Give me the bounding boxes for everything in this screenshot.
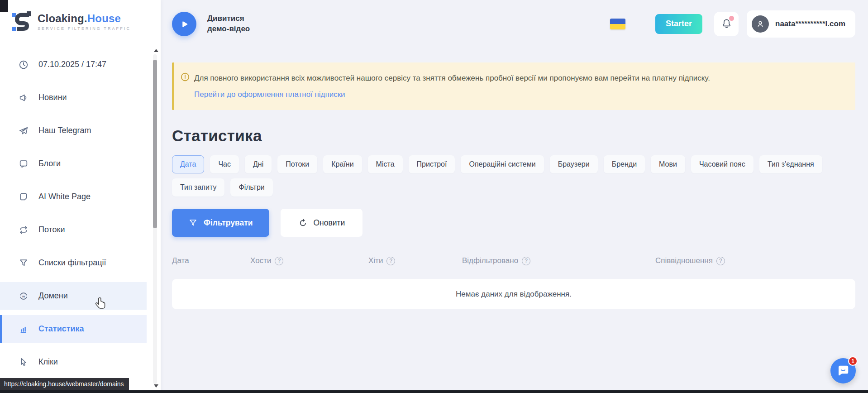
topbar-right: Starter naata**********l.com <box>610 10 855 38</box>
filter-tab-days[interactable]: Дні <box>245 155 272 173</box>
column-header-hits: Хіти ? <box>368 256 462 265</box>
page-icon <box>18 192 29 202</box>
sidebar-item-clicks[interactable]: Кліки <box>0 348 147 376</box>
sidebar-item-label: Наш Telegram <box>38 126 91 135</box>
action-buttons: Фільтрувати Оновити <box>172 209 868 237</box>
column-header-ratio: Співвідношення ? <box>655 256 725 265</box>
sidebar: Cloaking.House SERVICE FILTERING TRAFFIC… <box>0 0 161 393</box>
empty-state-card: Немає даних для відображення. <box>172 279 855 309</box>
help-icon[interactable]: ? <box>522 257 530 265</box>
filter-tab-timezone[interactable]: Часовий пояс <box>691 155 754 173</box>
logo-tagline: SERVICE FILTERING TRAFFIC <box>38 26 131 31</box>
sidebar-item-label: Статистика <box>38 324 84 334</box>
trial-warning-banner: Для повного використання всіх можливосте… <box>172 62 855 110</box>
stats-table-header: Дата Хости ? Хіти ? Відфільтровано ? Спі… <box>172 256 868 265</box>
main-content: Дивитися демо-відео Starter naata*******… <box>161 0 868 393</box>
sidebar-item-label: Потоки <box>38 225 65 235</box>
chat-smile-icon <box>836 364 850 378</box>
refresh-icon <box>298 218 308 228</box>
help-icon[interactable]: ? <box>275 257 283 265</box>
help-icon[interactable]: ? <box>716 257 725 265</box>
sidebar-item-domains[interactable]: w Домени <box>0 282 147 310</box>
sidebar-item-statistics[interactable]: Статистика <box>0 315 147 343</box>
logo-text-dark: Cloaking. <box>38 12 87 24</box>
svg-text:w: w <box>22 294 25 298</box>
page-title: Статистика <box>172 127 868 145</box>
plan-badge-button[interactable]: Starter <box>655 14 702 34</box>
filter-tab-request-type[interactable]: Тип запиту <box>172 178 224 196</box>
user-email: naata**********l.com <box>775 19 845 29</box>
play-icon <box>179 19 190 29</box>
filter-tabs: Дата Час Дні Потоки Країни Міста Пристро… <box>172 155 855 196</box>
scrollbar-down-arrow[interactable] <box>154 384 158 388</box>
filter-tab-brands[interactable]: Бренди <box>604 155 645 173</box>
sidebar-scrollbar-thumb[interactable] <box>153 60 157 228</box>
sidebar-item-label: Новини <box>38 93 67 102</box>
logo-icon <box>11 10 32 33</box>
sidebar-item-label: Списки фільтрації <box>38 258 106 268</box>
sidebar-datetime: 07.10.2025 / 17:47 <box>0 51 147 78</box>
refresh-button[interactable]: Оновити <box>281 209 363 237</box>
filter-tab-countries[interactable]: Країни <box>323 155 362 173</box>
telegram-icon <box>18 125 29 136</box>
filter-tab-browsers[interactable]: Браузери <box>550 155 598 173</box>
topbar: Дивитися демо-відео Starter naata*******… <box>161 0 868 48</box>
avatar <box>752 15 769 33</box>
language-flag-ukraine[interactable] <box>610 19 625 29</box>
column-header-date: Дата <box>172 256 250 265</box>
repeat-arrows-icon <box>18 225 29 235</box>
filter-tab-cities[interactable]: Міста <box>368 155 403 173</box>
warning-icon <box>180 72 190 82</box>
subscribe-link[interactable]: Перейти до оформлення платної підписки <box>194 90 345 99</box>
sidebar-nav: 07.10.2025 / 17:47 Новини Наш Telegram Б… <box>0 51 147 381</box>
demo-video-label[interactable]: Дивитися демо-відео <box>207 14 250 34</box>
user-account-button[interactable]: naata**********l.com <box>747 10 855 38</box>
filter-button[interactable]: Фільтрувати <box>172 209 269 237</box>
clock-icon <box>18 59 29 70</box>
logo[interactable]: Cloaking.House SERVICE FILTERING TRAFFIC <box>0 0 161 33</box>
sidebar-item-label: AI White Page <box>38 192 91 201</box>
sidebar-item-news[interactable]: Новини <box>0 84 147 111</box>
sidebar-item-blogs[interactable]: Блоги <box>0 150 147 177</box>
banner-text: Для повного використання всіх можливосте… <box>194 72 710 84</box>
megaphone-icon <box>18 92 29 103</box>
sidebar-item-telegram[interactable]: Наш Telegram <box>0 117 147 144</box>
filter-tab-flows[interactable]: Потоки <box>277 155 317 173</box>
filter-tab-date[interactable]: Дата <box>172 155 204 173</box>
sidebar-item-label: Кліки <box>38 357 58 367</box>
funnel-icon <box>18 258 29 268</box>
logo-text-accent: House <box>87 12 121 24</box>
column-header-hosts: Хости ? <box>250 256 368 265</box>
column-header-filtered: Відфільтровано ? <box>462 256 655 265</box>
chat-unread-badge: 1 <box>848 356 858 366</box>
screen-edge-bottom <box>0 390 868 393</box>
notification-dot <box>729 16 734 21</box>
cursor-arrow-icon <box>18 357 29 368</box>
screen-corner-notch <box>0 0 8 12</box>
help-icon[interactable]: ? <box>386 257 395 265</box>
notifications-button[interactable] <box>714 12 739 36</box>
www-icon: w <box>18 291 29 302</box>
sidebar-item-label: Блоги <box>38 159 61 168</box>
chat-bubble-icon <box>18 158 29 169</box>
person-icon <box>755 19 765 29</box>
filter-tab-languages[interactable]: Мови <box>651 155 685 173</box>
sidebar-item-label: Домени <box>38 291 68 301</box>
sidebar-item-flows[interactable]: Потоки <box>0 216 147 244</box>
sidebar-item-filter-lists[interactable]: Списки фільтрації <box>0 249 147 277</box>
filter-tab-time[interactable]: Час <box>210 155 239 173</box>
funnel-icon <box>188 218 198 228</box>
empty-state-text: Немає даних для відображення. <box>456 290 572 299</box>
filter-tab-operating-systems[interactable]: Операційні системи <box>461 155 544 173</box>
filter-tab-connection-type[interactable]: Тип з'єднання <box>759 155 822 173</box>
demo-video-play-button[interactable] <box>172 12 196 36</box>
filter-tab-filters[interactable]: Фільтри <box>230 178 272 196</box>
bar-chart-icon <box>18 324 29 335</box>
scrollbar-up-arrow[interactable] <box>154 49 158 52</box>
sidebar-datetime-label: 07.10.2025 / 17:47 <box>38 60 106 69</box>
link-preview-statusbar: https://cloaking.house/webmaster/domains <box>0 378 129 390</box>
logo-text: Cloaking.House <box>38 12 131 25</box>
sidebar-item-ai-white-page[interactable]: AI White Page <box>0 183 147 211</box>
filter-tab-devices[interactable]: Пристрої <box>409 155 455 173</box>
chat-widget-button[interactable]: 1 <box>830 358 856 383</box>
